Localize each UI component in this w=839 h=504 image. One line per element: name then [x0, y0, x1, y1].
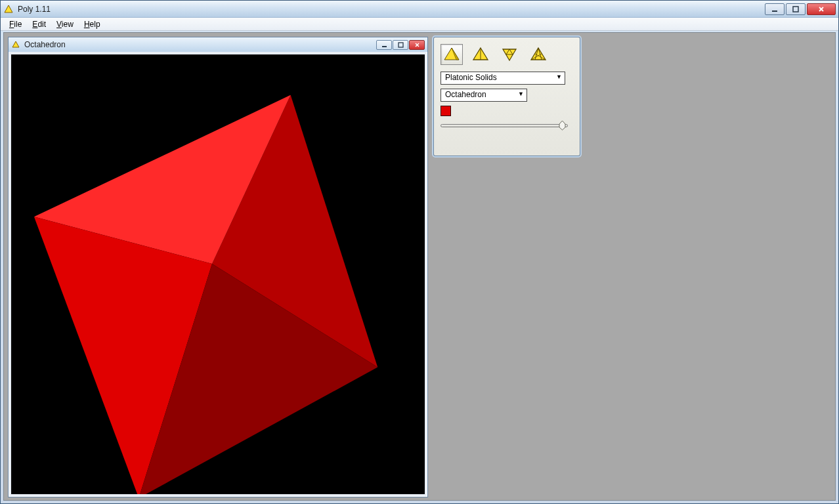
view-mode-solid[interactable] — [441, 44, 463, 65]
app-icon — [3, 4, 14, 14]
svg-rect-6 — [382, 46, 387, 47]
minimize-button[interactable] — [765, 3, 785, 15]
viewer-close-button[interactable] — [409, 40, 425, 50]
viewer-window[interactable]: Octahedron — [8, 37, 428, 497]
menu-help[interactable]: Help — [79, 19, 105, 30]
menu-file[interactable]: File — [5, 19, 26, 30]
viewer-maximize-button[interactable] — [393, 40, 408, 50]
close-button[interactable] — [807, 3, 836, 15]
maximize-button[interactable] — [786, 3, 806, 15]
svg-marker-5 — [12, 41, 19, 47]
mdi-workspace: Octahedron — [3, 32, 836, 501]
wire-triangle-icon — [530, 46, 547, 64]
view-mode-row — [441, 44, 573, 65]
unfold-slider[interactable] — [441, 120, 568, 131]
category-select[interactable]: Platonic Solids — [441, 72, 565, 85]
viewer-title: Octahedron — [24, 40, 376, 49]
viewer-title-bar[interactable]: Octahedron — [9, 37, 427, 52]
app-title: Poly 1.11 — [18, 5, 764, 14]
control-panel[interactable]: Platonic Solids Octahedron — [433, 37, 580, 156]
svg-rect-1 — [772, 10, 777, 12]
slider-rail — [441, 124, 568, 127]
title-bar[interactable]: Poly 1.11 — [1, 1, 838, 18]
slider-thumb[interactable] — [559, 120, 566, 131]
svg-marker-21 — [531, 48, 546, 60]
viewer-canvas[interactable] — [11, 54, 425, 494]
solid-select[interactable]: Octahedron — [441, 89, 527, 102]
svg-rect-7 — [398, 43, 403, 47]
viewer-minimize-button[interactable] — [376, 40, 392, 50]
svg-marker-26 — [559, 121, 565, 130]
menu-bar: File Edit View Help — [1, 18, 838, 31]
color-swatch[interactable] — [441, 106, 451, 116]
app-icon — [11, 40, 20, 49]
solid-value: Octahedron — [445, 90, 486, 99]
dual-triangle-icon — [501, 46, 518, 64]
category-value: Platonic Solids — [445, 73, 497, 82]
net-triangle-icon — [472, 46, 489, 64]
svg-marker-0 — [5, 5, 12, 12]
view-mode-net[interactable] — [469, 44, 492, 65]
menu-view[interactable]: View — [52, 19, 78, 30]
view-mode-dual[interactable] — [498, 44, 521, 65]
solid-triangle-icon — [443, 46, 460, 64]
svg-rect-2 — [793, 7, 798, 12]
window-controls — [764, 3, 836, 15]
view-mode-wire[interactable] — [527, 44, 549, 65]
menu-edit[interactable]: Edit — [28, 19, 51, 30]
main-window: Poly 1.11 File Edit View Help Octahe — [0, 0, 839, 504]
